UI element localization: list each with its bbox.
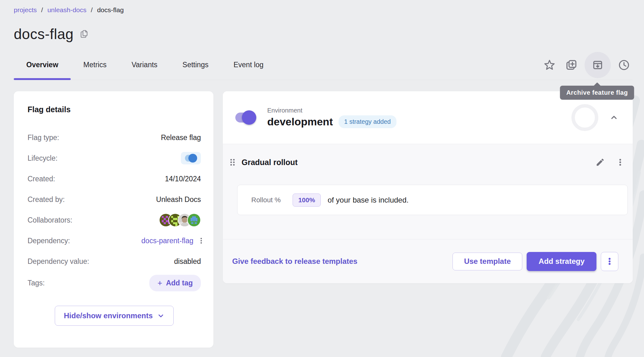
environment-body: Gradual rollout <box>223 144 633 283</box>
created-value: 14/10/2024 <box>165 175 201 183</box>
created-label: Created: <box>28 175 55 183</box>
breadcrumb-project-link[interactable]: unleash-docs <box>47 6 86 14</box>
add-strategy-button[interactable]: Add strategy <box>527 252 596 271</box>
hide-show-environments-button[interactable]: Hide/show environments <box>55 306 174 326</box>
tags-row: Tags: + Add tag <box>28 275 201 291</box>
star-icon <box>544 59 555 71</box>
chevron-down-icon <box>157 312 165 319</box>
strategy-header: Gradual rollout <box>223 144 633 169</box>
tabs: Overview Metrics Variants Settings Event… <box>14 50 276 80</box>
dependency-value-row: Dependency value: disabled <box>28 254 201 269</box>
copy-to-new-flag-button[interactable] <box>563 56 580 74</box>
environment-name: development <box>267 116 333 128</box>
archive-icon <box>591 59 604 71</box>
kebab-menu-icon <box>616 158 625 167</box>
environment-toggle[interactable] <box>235 113 255 123</box>
breadcrumb-separator: / <box>41 6 43 14</box>
flag-details-heading: Flag details <box>28 105 201 114</box>
created-row: Created: 14/10/2024 <box>28 172 201 186</box>
plus-icon: + <box>157 278 162 288</box>
content: Flag details Flag type: Release flag Lif… <box>14 91 633 348</box>
rollout-summary-box: Rollout % 100% of your base is included. <box>237 185 628 215</box>
breadcrumb: projects / unleash-docs / docs-flag <box>14 6 633 14</box>
flag-type-label: Flag type: <box>28 133 59 142</box>
created-by-value: Unleash Docs <box>156 195 201 204</box>
tab-overview[interactable]: Overview <box>14 50 71 80</box>
kebab-menu-icon <box>197 237 205 245</box>
archive-tooltip: Archive feature flag <box>560 86 634 100</box>
favorite-button[interactable] <box>541 56 558 74</box>
dependency-row: Dependency: docs-parent-flag <box>28 234 201 248</box>
strategy-count-badge: 1 strategy added <box>339 115 396 128</box>
metrics-donut <box>571 104 598 131</box>
kebab-menu-icon <box>605 257 614 266</box>
dependency-link[interactable]: docs-parent-flag <box>141 237 193 245</box>
pencil-icon <box>595 158 605 167</box>
edit-strategy-button[interactable] <box>593 155 607 169</box>
tags-label: Tags: <box>28 279 45 287</box>
hide-show-label: Hide/show environments <box>64 311 153 320</box>
drag-handle-icon[interactable] <box>228 158 237 167</box>
copy-name-button[interactable] <box>79 29 89 39</box>
tabs-row: Overview Metrics Variants Settings Event… <box>14 50 633 80</box>
tab-variants[interactable]: Variants <box>119 50 170 80</box>
feature-flag-page: projects / unleash-docs / docs-flag docs… <box>0 0 644 348</box>
archive-button[interactable] <box>585 52 611 78</box>
environment-card: Environment development 1 strategy added <box>223 91 633 283</box>
copy-plus-icon <box>565 59 578 71</box>
feedback-link[interactable]: Give feedback to release templates <box>232 257 357 266</box>
strategy-menu-button[interactable] <box>613 155 627 169</box>
chevron-up-icon <box>609 113 619 122</box>
lifecycle-row: Lifecycle: <box>28 151 201 165</box>
use-template-button[interactable]: Use template <box>452 253 522 270</box>
flag-details-card: Flag details Flag type: Release flag Lif… <box>14 91 213 348</box>
avatar <box>187 213 201 227</box>
dependency-label: Dependency: <box>28 237 70 245</box>
title-row: docs-flag <box>14 26 633 43</box>
environment-footer: Give feedback to release templates Use t… <box>223 239 633 283</box>
lifecycle-label: Lifecycle: <box>28 154 58 163</box>
toggle-thumb <box>242 110 256 125</box>
environment-label: Environment <box>267 107 396 114</box>
flag-type-value: Release flag <box>161 133 201 142</box>
copy-icon <box>79 29 89 39</box>
lifecycle-dot-dark <box>188 154 197 163</box>
page-title: docs-flag <box>14 26 74 43</box>
tab-metrics[interactable]: Metrics <box>71 50 119 80</box>
breadcrumb-projects-link[interactable]: projects <box>14 6 37 14</box>
dependency-value-value: disabled <box>174 257 201 266</box>
rollout-value-badge: 100% <box>293 194 321 207</box>
lifecycle-stage-icon[interactable] <box>181 152 201 164</box>
dependency-value-label: Dependency value: <box>28 257 89 266</box>
add-tag-label: Add tag <box>166 279 193 287</box>
breadcrumb-current: docs-flag <box>97 6 124 14</box>
collaborator-avatars <box>159 213 201 227</box>
rollout-label: Rollout % <box>251 196 281 204</box>
dependency-menu-button[interactable] <box>197 237 205 245</box>
add-tag-button[interactable]: + Add tag <box>149 275 201 291</box>
collaborators-row: Collaborators: <box>28 213 201 227</box>
breadcrumb-separator: / <box>91 6 93 14</box>
more-strategy-options-button[interactable] <box>601 252 618 271</box>
history-button[interactable] <box>615 56 633 74</box>
tab-settings[interactable]: Settings <box>170 50 221 80</box>
created-by-label: Created by: <box>28 195 65 204</box>
flag-type-row: Flag type: Release flag <box>28 130 201 145</box>
rollout-suffix: of your base is included. <box>328 196 409 204</box>
tab-event-log[interactable]: Event log <box>221 50 276 80</box>
collapse-environment-button[interactable] <box>606 110 621 125</box>
flag-action-icons: Archive feature flag <box>541 52 633 78</box>
collaborators-label: Collaborators: <box>28 216 72 224</box>
strategy-title: Gradual rollout <box>242 158 298 167</box>
created-by-row: Created by: Unleash Docs <box>28 192 201 207</box>
clock-icon <box>618 59 630 71</box>
